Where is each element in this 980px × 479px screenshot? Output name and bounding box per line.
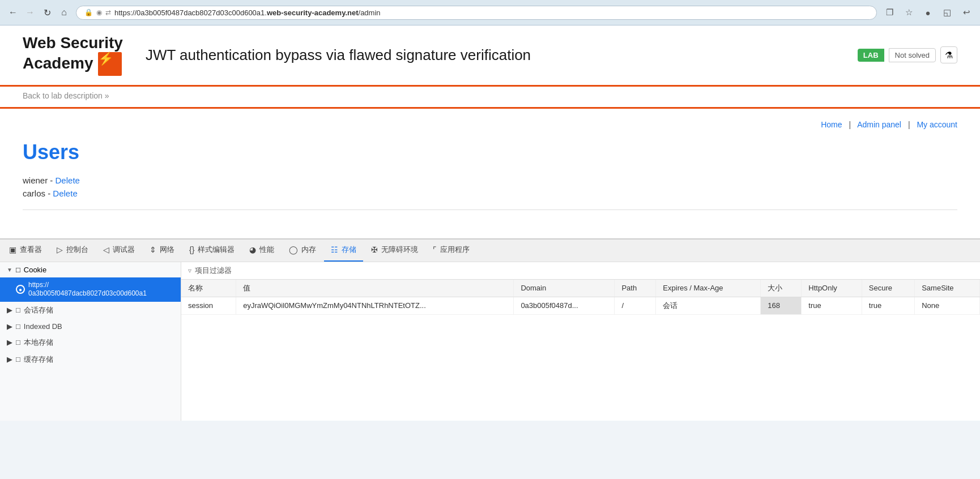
delete-carlos-link[interactable]: Delete [53,189,77,198]
tab-style-editor-label: 样式编辑器 [198,238,235,261]
col-header-secure: Secure [862,280,914,297]
tab-performance-label: 性能 [259,238,274,261]
tab-application[interactable]: ⌜ 应用程序 [426,239,476,262]
console-icon: ▷ [57,238,63,261]
tab-console[interactable]: ▷ 控制台 [50,239,95,262]
cell-path: / [615,297,656,314]
tab-debugger-label: 调试器 [113,238,135,261]
back-to-lab-link[interactable]: Back to lab description » [23,91,957,100]
flask-button[interactable]: ⚗ [940,46,957,63]
application-icon: ⌜ [433,238,437,261]
content-area: Home | Admin panel | My account Users wi… [0,109,980,238]
back-link-text: Back to lab description [23,91,103,100]
tree-item-site-selected[interactable]: ● https://0a3b005f0487dacb8027d03c00d600… [0,277,181,302]
table-header-row: 名称 值 Domain Path Expires / Max-Age 大小 Ht… [181,280,980,297]
back-button[interactable]: ← [6,5,20,20]
col-header-httponly: HttpOnly [802,280,862,297]
cell-expires: 会话 [656,297,761,314]
devtools: ▣ 查看器 ▷ 控制台 ◁ 调试器 ⇕ 网络 {} 样式编辑器 ◕ 性能 ◯ 内… [0,238,980,421]
filter-icon: ▿ [188,267,191,275]
local-storage-icon: □ [16,338,20,347]
tab-storage[interactable]: ☷ 存储 [324,239,363,262]
col-header-expires: Expires / Max-Age [656,280,761,297]
admin-panel-link[interactable]: Admin panel [857,120,901,129]
table-row[interactable]: session eyJraWQiOil0MGMwYmZmMy04NTNhLTRh… [181,297,980,314]
tab-inspector-label: 查看器 [20,238,42,261]
site-header: Web Security Academy ⚡ JWT authenticatio… [0,25,980,87]
tree-item-local-storage[interactable]: ▶ □ 本地存储 [0,334,181,351]
accessibility-icon: ✠ [371,238,378,261]
col-header-domain: Domain [514,280,615,297]
tab-network[interactable]: ⇕ 网络 [143,239,181,262]
my-account-link[interactable]: My account [917,120,957,129]
shield-icon: ◉ [96,8,102,16]
qr-button[interactable]: ❐ [881,5,897,20]
page-wrapper: Web Security Academy ⚡ JWT authenticatio… [0,25,980,238]
tree-item-session-storage[interactable]: ▶ □ 会话存储 [0,302,181,319]
col-header-size: 大小 [761,280,802,297]
lab-badge-area: LAB Not solved ⚗ [858,46,957,63]
reload-button[interactable]: ↻ [40,5,54,20]
tree-item-indexed-db[interactable]: ▶ □ Indexed DB [0,319,181,334]
session-storage-arrow: ▶ [7,306,12,314]
tab-memory-label: 内存 [301,238,316,261]
url-text: https://0a3b005f0487dacb8027d03c00d600a1… [114,8,868,17]
user-name-carlos: carlos [23,189,45,198]
logo-text: Web Security Academy ⚡ [23,35,123,76]
tab-memory[interactable]: ◯ 内存 [282,239,323,262]
col-header-name: 名称 [181,280,236,297]
url-path: /admin [359,8,381,17]
tab-accessibility[interactable]: ✠ 无障碍环境 [364,239,425,262]
user-name-wiener: wiener [23,176,48,185]
cache-storage-icon: □ [16,355,20,363]
devtools-right-panel: ▿ 项目过滤器 名称 值 Domain Path Expires / Max-A… [181,262,980,421]
user-row-carlos: carlos - Delete [23,189,957,198]
tab-performance[interactable]: ◕ 性能 [242,239,281,262]
tab-inspector[interactable]: ▣ 查看器 [2,239,49,262]
devtools-body: ▼ □ Cookie ● https://0a3b005f0487dacb802… [0,262,980,421]
session-storage-icon: □ [16,306,20,314]
tab-storage-label: 存储 [342,238,356,261]
cell-httponly: true [802,297,862,314]
back-arrow-button[interactable]: ↩ [958,5,974,20]
profile-button[interactable]: ● [920,5,936,20]
cache-storage-arrow: ▶ [7,355,12,363]
inspector-icon: ▣ [9,238,16,261]
devtools-toolbar: ▣ 查看器 ▷ 控制台 ◁ 调试器 ⇕ 网络 {} 样式编辑器 ◕ 性能 ◯ 内… [0,240,980,262]
performance-icon: ◕ [249,238,256,261]
indexed-db-label: Indexed DB [24,322,62,331]
chevron-right-icon: » [105,91,109,100]
storage-icon: ☷ [331,238,338,261]
filter-bar: ▿ 项目过滤器 [181,262,980,280]
lab-status: Not solved [889,48,936,62]
globe-icon: ● [16,285,25,294]
extensions-button[interactable]: ◱ [939,5,955,20]
forward-button[interactable]: → [23,5,37,20]
tab-debugger[interactable]: ◁ 调试器 [96,239,142,262]
address-bar[interactable]: 🔒 ◉ ⇄ https://0a3b005f0487dacb8027d03c00… [76,6,877,20]
cookie-icon: □ [16,266,20,274]
user-row-wiener: wiener - Delete [23,176,957,185]
col-header-samesite: SameSite [915,280,980,297]
tab-network-label: 网络 [160,238,174,261]
tree-item-cookie[interactable]: ▼ □ Cookie [0,262,181,277]
cell-name: session [181,297,236,314]
security-icon: 🔒 [84,8,93,16]
style-editor-icon: {} [189,238,194,261]
debugger-icon: ◁ [103,238,109,261]
col-header-value: 值 [236,280,514,297]
tab-accessibility-label: 无障碍环境 [381,238,418,261]
delete-wiener-link[interactable]: Delete [56,176,80,185]
home-button[interactable]: ⌂ [57,5,71,20]
tab-application-label: 应用程序 [440,238,470,261]
bookmark-button[interactable]: ☆ [901,5,917,20]
home-link[interactable]: Home [821,120,842,129]
tree-item-cache-storage[interactable]: ▶ □ 缓存存储 [0,351,181,368]
nav-buttons: ← → ↻ ⌂ [6,5,71,20]
logo-icon: ⚡ [98,52,122,76]
url-prefix: https://0a3b005f0487dacb8027d03c00d600a1… [114,8,267,17]
user-list: wiener - Delete carlos - Delete [23,176,957,198]
cache-storage-label: 缓存存储 [24,354,53,365]
indexed-db-arrow: ▶ [7,322,12,331]
tab-style-editor[interactable]: {} 样式编辑器 [182,239,241,262]
